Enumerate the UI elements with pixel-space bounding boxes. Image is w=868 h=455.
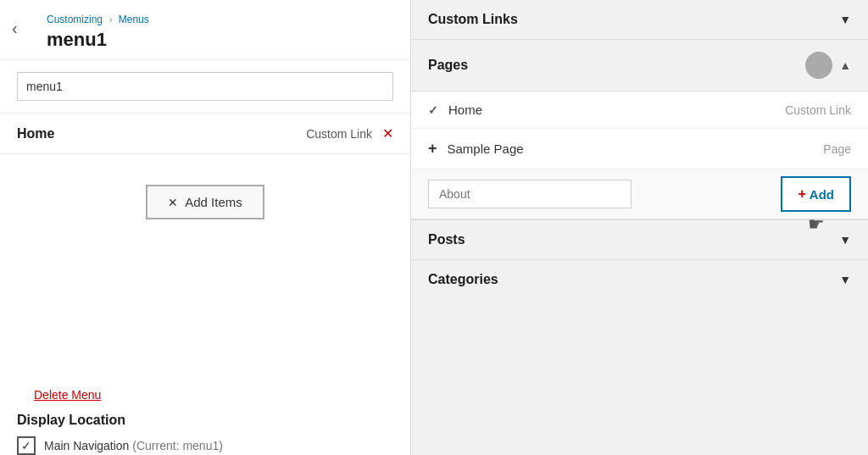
breadcrumb-part2[interactable]: Menus (119, 14, 149, 25)
menu-item-row: Home Custom Link ✕ (0, 114, 410, 154)
menu-item-right: Custom Link ✕ (306, 125, 393, 141)
display-location-title: Display Location (17, 413, 393, 428)
display-location-section: Display Location ✓ Main Navigation (Curr… (0, 413, 410, 455)
menu-item-delete-icon[interactable]: ✕ (382, 125, 393, 141)
main-navigation-checkbox[interactable]: ✓ (17, 436, 36, 455)
pages-chevron-icon[interactable]: ▲ (839, 58, 851, 72)
breadcrumb-separator: › (108, 14, 112, 25)
posts-section: Posts ▼ (411, 219, 868, 260)
menu-item-label: Home (17, 126, 54, 141)
menu-name-input-wrap (0, 60, 410, 114)
pages-section-header: Pages ▲ (411, 40, 868, 92)
custom-links-title: Custom Links (428, 12, 518, 27)
add-items-icon: ✕ (168, 196, 178, 209)
delete-menu-link[interactable]: Delete Menu (17, 388, 118, 402)
pages-section: Pages ▲ ✓ Home Custom Link + Sample Page… (411, 40, 868, 219)
back-arrow-button[interactable]: ‹ (12, 19, 18, 38)
page-item-sample-left: + Sample Page (428, 140, 524, 158)
main-navigation-label: Main Navigation (Current: menu1) (44, 439, 223, 452)
about-input[interactable] (428, 180, 632, 208)
left-bottom: Delete Menu Display Location ✓ Main Navi… (0, 387, 410, 455)
current-menu-label: (Current: menu1) (132, 439, 223, 452)
breadcrumb: Customizing › Menus (47, 14, 393, 25)
categories-section: Categories ▼ (411, 260, 868, 299)
page-home-check-icon: ✓ (428, 103, 438, 117)
page-sample-plus-icon: + (428, 140, 437, 158)
about-row: + Add ☛ (411, 169, 868, 219)
menu-title: menu1 (47, 29, 393, 51)
menu-name-input[interactable] (17, 72, 393, 101)
custom-links-chevron-icon[interactable]: ▼ (839, 13, 851, 26)
categories-title: Categories (428, 272, 498, 287)
checkbox-checkmark: ✓ (21, 439, 31, 452)
pages-title: Pages (428, 58, 468, 73)
page-item-home: ✓ Home Custom Link (411, 92, 868, 129)
add-button-plus-icon: + (798, 186, 805, 202)
breadcrumb-part1[interactable]: Customizing (47, 14, 103, 25)
pages-list: ✓ Home Custom Link + Sample Page Page (411, 92, 868, 169)
page-home-name: Home (448, 103, 482, 117)
left-header: Customizing › Menus menu1 (0, 0, 410, 60)
right-panel: Custom Links ▼ Pages ▲ ✓ Home Custom Lin… (411, 0, 868, 455)
pages-toggle: ▲ (805, 52, 851, 79)
page-sample-type: Page (823, 142, 851, 156)
add-button-label: Add (810, 187, 834, 202)
posts-title: Posts (428, 232, 465, 247)
posts-chevron-icon[interactable]: ▼ (839, 233, 851, 247)
menu-item-type: Custom Link (306, 127, 372, 141)
left-panel: ‹ Customizing › Menus menu1 Home Custom … (0, 0, 411, 455)
custom-links-section-header: Custom Links ▼ (411, 0, 868, 40)
add-items-label: Add Items (185, 195, 242, 209)
page-item-sample[interactable]: + Sample Page Page (411, 129, 868, 169)
page-sample-name: Sample Page (448, 141, 524, 156)
main-navigation-checkbox-row: ✓ Main Navigation (Current: menu1) (17, 436, 393, 455)
add-items-button[interactable]: ✕ Add Items (146, 185, 264, 219)
page-home-type: Custom Link (785, 103, 851, 117)
page-item-home-left: ✓ Home (428, 103, 482, 117)
categories-chevron-icon[interactable]: ▼ (839, 273, 851, 286)
add-button[interactable]: + Add (781, 176, 851, 212)
pages-toggle-circle[interactable] (805, 52, 832, 79)
